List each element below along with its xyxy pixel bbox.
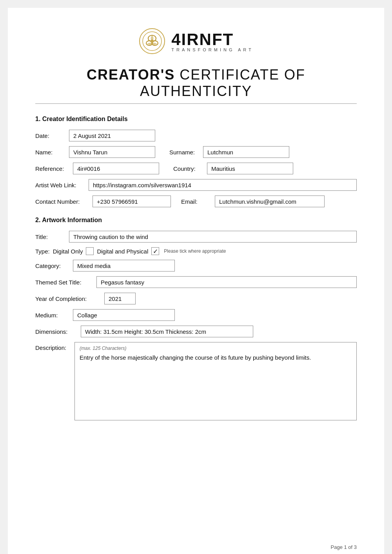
logo-main-text: 4IRNFT bbox=[171, 30, 234, 49]
dimensions-row: Dimensions: Width: 31.5cm Height: 30.5cm… bbox=[35, 326, 357, 337]
country-group: Country: Mauritius bbox=[173, 163, 293, 174]
description-box: (max. 125 Characters) Entry of the horse… bbox=[74, 342, 357, 420]
certificate-title-bold: CREATOR'S bbox=[87, 67, 175, 83]
type-row: Type: Digital Only Digital and Physical … bbox=[35, 247, 357, 255]
dimensions-label: Dimensions: bbox=[35, 328, 78, 335]
dimensions-value: Width: 31.5cm Height: 30.5cm Thickness: … bbox=[81, 326, 253, 337]
themed-row: Themed Set Title: Pegasus fantasy bbox=[35, 276, 357, 288]
contact-label: Contact Number: bbox=[35, 198, 90, 205]
certificate-title: CREATOR'S CERTIFICATE OF AUTHENTICITY bbox=[35, 67, 357, 100]
section1-heading: 1. Creator Identification Details bbox=[35, 116, 357, 123]
weblink-label: Artist Web Link: bbox=[35, 182, 86, 188]
contact-value: +230 57966591 bbox=[93, 196, 171, 207]
category-value: Mixed media bbox=[73, 260, 175, 272]
logo-sub-text: TRANSFORMING ART bbox=[171, 47, 253, 52]
year-row: Year of Completion: 2021 bbox=[35, 293, 357, 304]
name-value: Vishnu Tarun bbox=[69, 146, 155, 158]
title-divider bbox=[35, 103, 357, 104]
page-number: Page 1 of 3 bbox=[331, 544, 357, 550]
country-value: Mauritius bbox=[207, 163, 293, 174]
date-value: 2 August 2021 bbox=[69, 130, 155, 141]
category-row: Category: Mixed media bbox=[35, 260, 357, 272]
name-row: Name: Vishnu Tarun Surname: Lutchmun bbox=[35, 146, 357, 158]
artwork-title-label: Title: bbox=[35, 234, 67, 240]
country-label: Country: bbox=[173, 165, 205, 172]
section2-heading: 2. Artwork Information bbox=[35, 217, 357, 224]
artwork-title-row: Title: Throwing caution to the wind bbox=[35, 231, 357, 243]
medium-value: Collage bbox=[73, 309, 175, 321]
weblink-value: https://instagram.com/silverswan1914 bbox=[89, 179, 357, 191]
digital-only-checkbox[interactable] bbox=[86, 247, 94, 255]
surname-label: Surname: bbox=[169, 149, 201, 156]
description-label: Description: bbox=[35, 344, 74, 351]
type-digital-physical-label: Digital and Physical bbox=[97, 248, 148, 255]
please-tick-text: Please tick where appropriate bbox=[164, 248, 226, 254]
description-hint: (max. 125 Characters) bbox=[80, 346, 352, 351]
email-value: Lutchmun.vishnu@gmail.com bbox=[215, 196, 325, 207]
logo-emblem-icon bbox=[138, 27, 166, 55]
medium-row: Medium: Collage bbox=[35, 309, 357, 321]
year-value: 2021 bbox=[104, 293, 136, 304]
type-digital-only-label: Digital Only bbox=[53, 248, 83, 255]
themed-label: Themed Set Title: bbox=[35, 279, 94, 286]
contact-row: Contact Number: +230 57966591 Email: Lut… bbox=[35, 196, 357, 207]
date-row: Date: 2 August 2021 bbox=[35, 130, 357, 141]
artwork-title-value: Throwing caution to the wind bbox=[69, 231, 357, 243]
weblink-row: Artist Web Link: https://instagram.com/s… bbox=[35, 179, 357, 191]
surname-value: Lutchmun bbox=[203, 146, 289, 158]
logo-text-block: 4IRNFT TRANSFORMING ART bbox=[171, 30, 253, 52]
type-label: Type: bbox=[35, 248, 50, 255]
themed-value: Pegasus fantasy bbox=[96, 276, 357, 288]
category-label: Category: bbox=[35, 263, 71, 269]
email-group: Email: Lutchmun.vishnu@gmail.com bbox=[181, 196, 325, 207]
year-label: Year of Completion: bbox=[35, 295, 102, 302]
digital-physical-checkbox[interactable]: ✓ bbox=[151, 247, 159, 255]
surname-group: Surname: Lutchmun bbox=[169, 146, 289, 158]
reference-row: Reference: 4ir#0016 Country: Mauritius bbox=[35, 163, 357, 174]
description-text: Entry of the horse majestically changing… bbox=[80, 353, 352, 362]
name-label: Name: bbox=[35, 149, 67, 156]
reference-label: Reference: bbox=[35, 165, 71, 172]
date-label: Date: bbox=[35, 132, 67, 139]
description-row: Description: (max. 125 Characters) Entry… bbox=[35, 342, 357, 420]
medium-label: Medium: bbox=[35, 312, 71, 319]
email-label: Email: bbox=[181, 198, 212, 205]
reference-value: 4ir#0016 bbox=[73, 163, 159, 174]
certificate-page: 4IRNFT TRANSFORMING ART CREATOR'S CERTIF… bbox=[8, 8, 384, 554]
logo-area: 4IRNFT TRANSFORMING ART bbox=[35, 27, 357, 55]
